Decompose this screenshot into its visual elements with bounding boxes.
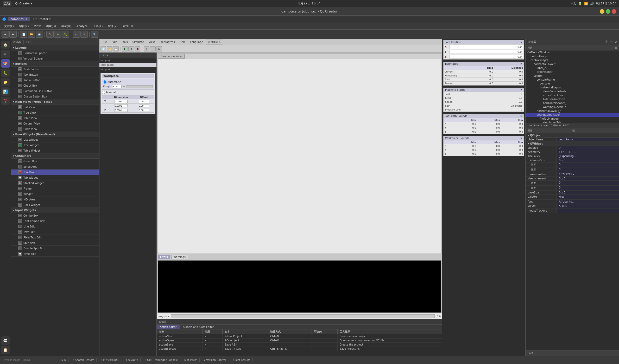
menu-debug[interactable]: 调试(D) — [59, 24, 73, 29]
tree-item-horizontallayout-4[interactable]: horizontalLayout_4 — [526, 109, 619, 113]
status-vcs[interactable]: 7 Version Control — [202, 358, 229, 362]
menu-view[interactable]: View — [32, 24, 43, 28]
prop-value[interactable]: 0 — [557, 162, 619, 167]
widget-table-widget[interactable]: ⊞ Table Widget — [11, 148, 99, 153]
prop-value[interactable]: 0 — [557, 181, 619, 185]
prop-value[interactable]: coordtabm... — [557, 138, 619, 141]
widget-frame[interactable]: ▭ Frame — [11, 186, 99, 191]
widget-mdi-area[interactable]: ⧉ MDI Area — [11, 197, 99, 202]
widget-widget[interactable]: □ Widget — [11, 191, 99, 197]
tree-item-warningscheckbo[interactable]: warningsCheckBo — [526, 105, 619, 109]
widget-horizontal-spacer[interactable]: ↔ Horizontal Spacer — [11, 50, 99, 56]
prop-value[interactable]: ↖ 箭头 — [557, 204, 619, 209]
prop-value[interactable]: A [Ubuntu... — [557, 200, 619, 204]
wp-offset-y[interactable] — [134, 104, 154, 108]
menu-edit[interactable]: 编辑(E) — [17, 24, 31, 29]
status-compile[interactable]: 4 编译输出 — [123, 358, 141, 362]
widget-radio-button[interactable]: ◉ Radio Button — [11, 77, 99, 83]
menu-file[interactable]: 文件(F) — [2, 24, 16, 29]
status-general[interactable]: 6 概要信息 — [182, 358, 200, 362]
qt-creator-menu[interactable]: Qt Creator ▾ — [31, 17, 53, 21]
menu-tools[interactable]: 工具(T) — [91, 24, 105, 29]
prop-value[interactable]: 0 — [557, 167, 619, 172]
sidebar-projects-icon[interactable]: 📁 — [1, 78, 10, 86]
widget-command-link-button[interactable]: ▷ Command Link Button — [11, 88, 99, 94]
menu-analyze[interactable]: Analyze — [74, 24, 90, 28]
widget-list-view[interactable]: ☰ List View — [11, 105, 99, 110]
widget-combo-box[interactable]: ▼ Combo Box — [11, 213, 99, 218]
wp-dim-z[interactable] — [108, 108, 134, 113]
status-search[interactable]: 2 Search Results — [71, 358, 97, 362]
widget-check-box[interactable]: ☑ Check Box — [11, 83, 99, 88]
sidebar-edit-icon[interactable]: ✏️ — [1, 50, 10, 58]
cam-toolbar-stop[interactable]: ⏹ — [135, 46, 140, 51]
widget-font-combo-box[interactable]: A Font Combo Box — [11, 218, 99, 224]
cam-toolbar-pause[interactable]: ⏸ — [128, 46, 134, 51]
cam-toolbar-play[interactable]: ▶ — [122, 46, 128, 51]
signals-slots-tab[interactable]: Signals and Slots Editor — [180, 325, 217, 329]
menu-build[interactable]: 构建(B) — [44, 24, 58, 29]
category-buttons[interactable]: ▾ Buttons — [11, 61, 99, 67]
camotics-tab[interactable]: camotics.ui — [8, 17, 30, 21]
tree-item-label-27[interactable]: label_27 — [526, 66, 619, 70]
cam-toolbar-save[interactable]: 💾 — [113, 46, 119, 51]
tree-item-errorscheckbox[interactable]: errorsCheckBox — [526, 93, 619, 97]
status-app-output[interactable]: 3 应用程序输出 — [99, 358, 121, 362]
warnings-tab[interactable]: Warnings — [171, 255, 188, 259]
cam-menu-file[interactable]: File — [100, 40, 109, 44]
category-layouts[interactable]: ▾ Layouts — [11, 45, 99, 50]
prop-section-qwidget[interactable]: ▾ QWidget — [526, 142, 619, 146]
tree-item-horizontallayout[interactable]: horizontalLayout — [526, 62, 619, 66]
category-item-views[interactable]: ▾ Item Views (Model-Based) — [11, 99, 99, 105]
tree-item-splitter[interactable]: splitter — [526, 74, 619, 78]
tree-item-camoticswindow[interactable]: CAMoticsWindow — [526, 50, 619, 54]
cam-menu-view[interactable]: View — [147, 40, 157, 44]
props-add-icon[interactable]: ➕ — [605, 40, 609, 44]
menu-controls[interactable]: 控件(v) — [106, 24, 119, 29]
cam-menu-tools[interactable]: Tools — [119, 40, 130, 44]
widget-vertical-spacer[interactable]: ↕ Vertical Spacer — [11, 56, 99, 61]
menu-help[interactable]: 帮助(H) — [121, 24, 135, 29]
category-item-widgets[interactable]: ▾ Item Widgets (Item-Based) — [11, 132, 99, 137]
widget-spin-box[interactable]: ⬚ Spin Box — [11, 240, 99, 246]
sidebar-help-icon[interactable]: ❓ — [1, 97, 10, 105]
tree-item-buttongroup[interactable]: buttonGroup — [526, 54, 619, 58]
props-minus-icon[interactable]: ➖ — [610, 40, 613, 44]
prop-value[interactable]: [Expanding... — [557, 154, 619, 158]
toolbar-search[interactable]: 🔍 — [91, 31, 98, 38]
prop-value[interactable]: 0 — [557, 186, 619, 190]
widget-stacked-widget[interactable]: 📚 Stacked Widget — [11, 180, 99, 186]
prop-section-qobject[interactable]: ▾ QObject — [526, 133, 619, 138]
minimize-button[interactable] — [600, 9, 604, 14]
action-editor-tab[interactable]: Action Editor — [157, 325, 180, 329]
workpiece-manual-radio[interactable] — [102, 91, 105, 94]
toolbar-open[interactable]: 📂 — [28, 31, 35, 38]
tree-item-console[interactable]: console — [526, 82, 619, 86]
toolbar-back[interactable]: ◀ — [2, 31, 9, 38]
tree-item-horizontalspacer-[interactable]: horizontalSpacer_ — [526, 101, 619, 105]
widget-dock-widget[interactable]: ⊟ Dock Widget — [11, 202, 99, 208]
cam-menu-lang[interactable]: Language — [188, 40, 205, 44]
widget-tool-box[interactable]: 🧰 Tool Box — [11, 170, 99, 175]
close-button[interactable] — [612, 9, 616, 14]
simulation-tab[interactable]: Simulation View — [158, 54, 185, 59]
toolbar-debug[interactable]: 🐛 — [62, 31, 69, 38]
sidebar-debug-icon[interactable]: 🐛 — [1, 69, 10, 77]
tree-item-clearconsolepush[interactable]: clearConsolePush — [526, 89, 619, 93]
workpiece-margin-input[interactable] — [112, 85, 122, 88]
widget-filter-input[interactable] — [23, 40, 97, 44]
props-settings-icon[interactable]: ⚙ — [614, 40, 617, 44]
status-qml[interactable]: 5 QML Debugger Console — [143, 358, 180, 362]
cam-toolbar-fit[interactable]: ⊡ — [156, 46, 162, 51]
tree-item-hideconsolepush[interactable]: hideConsolePush — [526, 97, 619, 101]
widget-list-widget[interactable]: ☰ List Widget — [11, 137, 99, 142]
prop-value[interactable]: {379, 1}, 1... — [557, 150, 619, 154]
maximize-button[interactable] — [606, 9, 610, 14]
category-input-widgets[interactable]: ▾ Input Widgets — [11, 208, 99, 213]
tree-item-coordtabmanager[interactable]: coordtabmanager — [526, 113, 619, 117]
widget-table-view[interactable]: ⊞ Table View — [11, 115, 99, 121]
widget-text-edit[interactable]: ≡ Text Edit — [11, 229, 99, 235]
toolbar-save[interactable]: 💾 — [36, 31, 43, 38]
toolbar-new[interactable]: 📄 — [20, 31, 27, 38]
widget-tool-button[interactable]: 🔧 Tool Button — [11, 72, 99, 77]
